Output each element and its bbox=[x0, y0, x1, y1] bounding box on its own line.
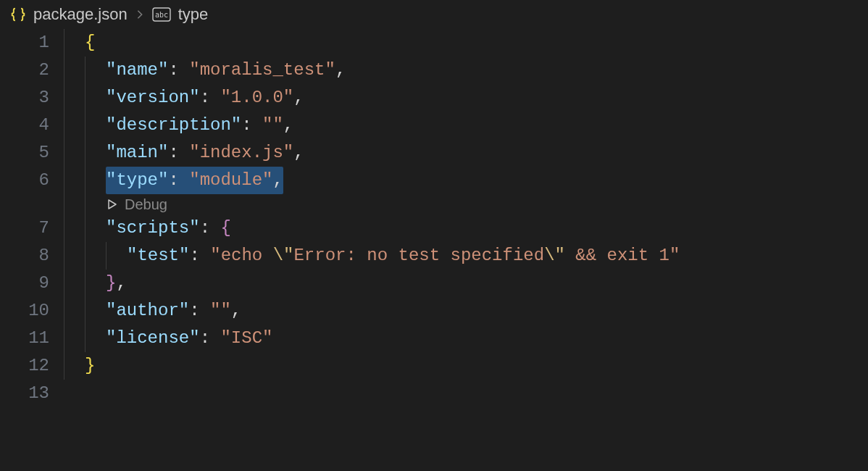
line-number: 2 bbox=[0, 57, 64, 84]
line-number: 3 bbox=[0, 84, 64, 112]
string-property-icon: abc bbox=[152, 7, 171, 22]
code-line[interactable]: 1 { bbox=[0, 29, 868, 57]
code-line[interactable]: 9 }, bbox=[0, 270, 868, 297]
line-number: 8 bbox=[0, 242, 64, 270]
breadcrumb: package.json abc type bbox=[0, 0, 868, 29]
line-number: 4 bbox=[0, 112, 64, 139]
code-line[interactable]: 13 bbox=[0, 380, 868, 407]
code-line[interactable]: 3 "version": "1.0.0", bbox=[0, 84, 868, 112]
play-icon bbox=[106, 199, 117, 210]
code-line[interactable]: 6 "type": "module", bbox=[0, 167, 868, 194]
line-number: 5 bbox=[0, 139, 64, 167]
code-line[interactable]: 4 "description": "", bbox=[0, 112, 868, 139]
line-number: 9 bbox=[0, 270, 64, 297]
code-line[interactable]: 7 "scripts": { bbox=[0, 214, 868, 242]
svg-text:abc: abc bbox=[155, 11, 168, 19]
codelens-row: Debug bbox=[0, 194, 868, 214]
line-number: 1 bbox=[0, 29, 64, 57]
chevron-right-icon bbox=[135, 7, 145, 23]
json-file-icon bbox=[10, 7, 26, 22]
code-line[interactable]: 10 "author": "", bbox=[0, 297, 868, 325]
code-line[interactable]: 8 "test": "echo \"Error: no test specifi… bbox=[0, 242, 868, 270]
line-number: 11 bbox=[0, 325, 64, 352]
debug-codelens-label: Debug bbox=[125, 194, 167, 214]
breadcrumb-file[interactable]: package.json bbox=[33, 5, 128, 24]
line-number: 12 bbox=[0, 352, 64, 380]
code-line[interactable]: 12 } bbox=[0, 352, 868, 380]
line-number: 7 bbox=[0, 214, 64, 242]
code-line[interactable]: 2 "name": "moralis_test", bbox=[0, 57, 868, 84]
debug-codelens[interactable]: Debug bbox=[106, 194, 167, 214]
code-line[interactable]: 5 "main": "index.js", bbox=[0, 139, 868, 167]
code-editor[interactable]: 1 { 2 "name": "moralis_test", 3 "version… bbox=[0, 29, 868, 407]
line-number: 13 bbox=[0, 380, 64, 407]
line-number: 6 bbox=[0, 167, 64, 194]
breadcrumb-property[interactable]: type bbox=[178, 5, 209, 24]
line-number: 10 bbox=[0, 297, 64, 325]
code-line[interactable]: 11 "license": "ISC" bbox=[0, 325, 868, 352]
